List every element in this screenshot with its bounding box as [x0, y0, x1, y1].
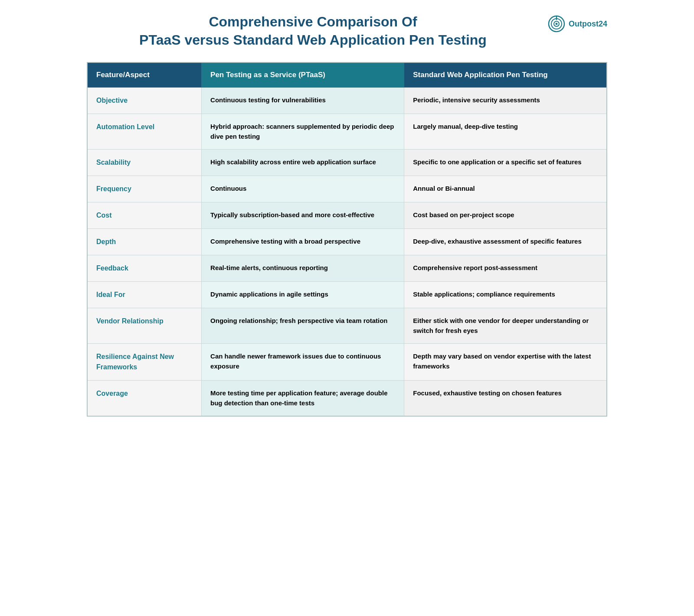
ptaas-cell: More testing time per application featur…: [202, 381, 404, 417]
header-feature: Feature/Aspect: [87, 62, 202, 88]
table-row: CoverageMore testing time per applicatio…: [87, 381, 607, 417]
ptaas-cell: Comprehensive testing with a broad persp…: [202, 229, 404, 255]
logo-text: Outpost24: [569, 20, 607, 29]
ptaas-cell: High scalability across entire web appli…: [202, 150, 404, 176]
feature-cell: Objective: [87, 88, 202, 114]
ptaas-cell: Hybrid approach: scanners supplemented b…: [202, 114, 404, 150]
page-title: Comprehensive Comparison Of PTaaS versus…: [87, 13, 539, 49]
table-row: ScalabilityHigh scalability across entir…: [87, 150, 607, 176]
outpost24-logo-icon: [548, 15, 565, 33]
feature-cell: Vendor Relationship: [87, 308, 202, 344]
standard-cell: Focused, exhaustive testing on chosen fe…: [404, 381, 607, 417]
header-standard: Standard Web Application Pen Testing: [404, 62, 607, 88]
standard-cell: Cost based on per-project scope: [404, 202, 607, 229]
table-row: ObjectiveContinuous testing for vulnerab…: [87, 88, 607, 114]
feature-cell: Cost: [87, 202, 202, 229]
standard-cell: Depth may vary based on vendor expertise…: [404, 344, 607, 381]
table-row: Automation LevelHybrid approach: scanner…: [87, 114, 607, 150]
standard-cell: Annual or Bi-annual: [404, 176, 607, 202]
header-area: Comprehensive Comparison Of PTaaS versus…: [87, 13, 607, 49]
ptaas-cell: Dynamic applications in agile settings: [202, 282, 404, 308]
table-row: FeedbackReal-time alerts, continuous rep…: [87, 255, 607, 282]
ptaas-cell: Real-time alerts, continuous reporting: [202, 255, 404, 282]
standard-cell: Specific to one application or a specifi…: [404, 150, 607, 176]
feature-cell: Coverage: [87, 381, 202, 417]
standard-cell: Comprehensive report post-assessment: [404, 255, 607, 282]
standard-cell: Periodic, intensive security assessments: [404, 88, 607, 114]
ptaas-cell: Continuous: [202, 176, 404, 202]
ptaas-cell: Can handle newer framework issues due to…: [202, 344, 404, 381]
standard-cell: Deep-dive, exhaustive assessment of spec…: [404, 229, 607, 255]
feature-cell: Automation Level: [87, 114, 202, 150]
ptaas-cell: Continuous testing for vulnerabilities: [202, 88, 404, 114]
table-row: CostTypically subscription-based and mor…: [87, 202, 607, 229]
feature-cell: Feedback: [87, 255, 202, 282]
table-row: Ideal ForDynamic applications in agile s…: [87, 282, 607, 308]
feature-cell: Ideal For: [87, 282, 202, 308]
logo-block: Outpost24: [548, 13, 607, 33]
feature-cell: Scalability: [87, 150, 202, 176]
feature-cell: Resilience Against New Frameworks: [87, 344, 202, 381]
svg-point-3: [555, 23, 557, 25]
table-row: DepthComprehensive testing with a broad …: [87, 229, 607, 255]
header-row: Feature/Aspect Pen Testing as a Service …: [87, 62, 607, 88]
table-row: FrequencyContinuousAnnual or Bi-annual: [87, 176, 607, 202]
page-container: Comprehensive Comparison Of PTaaS versus…: [87, 13, 607, 417]
feature-cell: Frequency: [87, 176, 202, 202]
ptaas-cell: Typically subscription-based and more co…: [202, 202, 404, 229]
table-row: Resilience Against New FrameworksCan han…: [87, 344, 607, 381]
feature-cell: Depth: [87, 229, 202, 255]
table-row: Vendor RelationshipOngoing relationship;…: [87, 308, 607, 344]
standard-cell: Either stick with one vendor for deeper …: [404, 308, 607, 344]
header-ptaas: Pen Testing as a Service (PTaaS): [202, 62, 404, 88]
standard-cell: Stable applications; compliance requirem…: [404, 282, 607, 308]
ptaas-cell: Ongoing relationship; fresh perspective …: [202, 308, 404, 344]
table-header: Feature/Aspect Pen Testing as a Service …: [87, 62, 607, 88]
comparison-table: Feature/Aspect Pen Testing as a Service …: [87, 62, 607, 417]
standard-cell: Largely manual, deep-dive testing: [404, 114, 607, 150]
title-block: Comprehensive Comparison Of PTaaS versus…: [87, 13, 548, 49]
table-body: ObjectiveContinuous testing for vulnerab…: [87, 88, 607, 417]
